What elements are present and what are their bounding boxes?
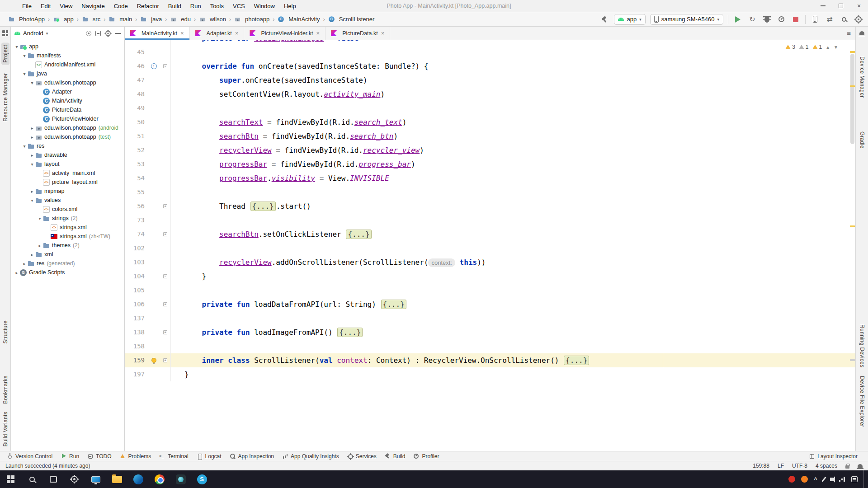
options-gear-icon[interactable]	[105, 31, 111, 36]
line-number[interactable]: 197	[125, 367, 147, 381]
code-line-48[interactable]: 48 setContentView(R.layout.activity_main…	[125, 87, 855, 101]
minimize-button[interactable]	[814, 0, 832, 12]
pen-input-icon[interactable]	[821, 477, 826, 482]
editor-options-icon[interactable]: ≡	[847, 29, 851, 37]
indent-setting[interactable]: 4 spaces	[816, 463, 837, 469]
code-text[interactable]: super.onCreate(savedInstanceState)	[171, 73, 368, 87]
menu-vcs[interactable]: VCS	[229, 1, 249, 11]
intention-bulb-icon[interactable]	[151, 358, 156, 363]
tree-item-themes[interactable]: ▸themes(2)	[11, 241, 124, 250]
line-number[interactable]: 103	[125, 255, 147, 269]
error-stripe-mark[interactable]	[850, 225, 855, 227]
tree-item-strings[interactable]: ▾strings(2)	[11, 214, 124, 223]
code-line-104[interactable]: 104- }	[125, 269, 855, 283]
line-number[interactable]: 102	[125, 241, 147, 255]
line-number[interactable]: 138	[125, 325, 147, 339]
stripe-button-resource-manager[interactable]: Resource Manager	[1, 71, 9, 124]
code-line-73[interactable]: 73	[125, 213, 855, 227]
chevron-right-icon[interactable]: ▸	[37, 243, 43, 248]
folded-region[interactable]: {...}	[346, 230, 371, 239]
fold-expand-icon[interactable]: +	[163, 232, 167, 236]
chevron-down-icon[interactable]: ▾	[29, 162, 35, 167]
tool-window-button-services[interactable]: Services	[343, 451, 381, 461]
line-number[interactable]: 45	[125, 45, 147, 59]
next-warning-icon[interactable]: ▼	[834, 45, 838, 50]
project-view-selector[interactable]: Android	[23, 30, 43, 37]
menu-help[interactable]: Help	[280, 1, 300, 11]
chevron-down-icon[interactable]: ▾	[14, 44, 20, 49]
code-line-53[interactable]: 53 progressBar = findViewById(R.id.progr…	[125, 157, 855, 171]
profile-button[interactable]	[776, 14, 786, 24]
run-button[interactable]	[733, 14, 743, 24]
code-text[interactable]: progressBar = findViewById(R.id.progress…	[171, 157, 415, 171]
tab-mainactivity-kt[interactable]: MainActivity.kt×	[125, 27, 190, 40]
show-desktop-button[interactable]	[863, 470, 866, 488]
chevron-right-icon[interactable]: ▸	[29, 189, 35, 194]
tool-window-button-app-inspection[interactable]: App Inspection	[226, 451, 278, 461]
line-number[interactable]: 52	[125, 143, 147, 157]
code-line-55[interactable]: 55	[125, 185, 855, 199]
tool-window-button-run[interactable]: Run	[57, 451, 83, 461]
stripe-button-project[interactable]: Project	[1, 42, 9, 65]
chevron-right-icon[interactable]: ▸	[29, 126, 35, 131]
tool-window-button-todo[interactable]: TODO	[83, 451, 115, 461]
chevron-right-icon[interactable]: ▸	[29, 252, 35, 257]
maximize-button[interactable]	[832, 0, 850, 12]
tool-window-button-logcat[interactable]: Logcat	[193, 451, 226, 461]
line-number[interactable]: 51	[125, 129, 147, 143]
locate-file-icon[interactable]	[86, 31, 91, 36]
line-number[interactable]: 106	[125, 297, 147, 311]
fold-expand-icon[interactable]: +	[163, 204, 167, 208]
close-button[interactable]: ×	[850, 0, 868, 12]
collapse-all-icon[interactable]	[95, 31, 101, 36]
stop-button[interactable]	[791, 14, 801, 24]
caret-position[interactable]: 159:88	[753, 463, 769, 469]
menu-edit[interactable]: Edit	[37, 1, 55, 11]
taskbar-button-android-studio[interactable]	[170, 470, 191, 488]
tree-item-strings-xml[interactable]: strings.xml(zh-rTW)	[11, 232, 124, 241]
tab-picturedata-kt[interactable]: PictureData.kt×	[326, 27, 390, 40]
tree-item-drawable[interactable]: ▸drawable	[11, 150, 124, 160]
code-line-159[interactable]: 159+ inner class ScrollListener(val cont…	[125, 353, 855, 367]
error-stripe-mark[interactable]	[850, 51, 855, 53]
code-text[interactable]	[171, 185, 184, 199]
stripe-button-device-manager[interactable]: Device Manager	[858, 54, 866, 100]
line-separator[interactable]: LF	[778, 463, 784, 469]
menu-build[interactable]: Build	[164, 1, 185, 11]
taskbar-button-settings[interactable]	[64, 470, 85, 488]
menu-refactor[interactable]: Refactor	[133, 1, 163, 11]
tool-window-button-build[interactable]: Build	[381, 451, 410, 461]
line-number[interactable]: 46	[125, 59, 147, 73]
tree-item-manifests[interactable]: ▾manifests	[11, 51, 124, 60]
tree-item-mipmap[interactable]: ▸mipmap	[11, 187, 124, 196]
taskbar-button-search[interactable]	[21, 470, 42, 488]
line-number[interactable]: 49	[125, 101, 147, 115]
code-line-54[interactable]: 54 progressBar.visibility = View.INVISIB…	[125, 171, 855, 185]
tree-item-gradle-scripts[interactable]: ▸Gradle Scripts	[11, 268, 124, 277]
stripe-button-running-devices[interactable]: Running Devices	[858, 322, 866, 370]
close-tab-icon[interactable]: ×	[381, 30, 385, 36]
breadcrumb-item-main[interactable]: main	[107, 15, 134, 23]
tool-window-button-app-quality-insights[interactable]: App Quality Insights	[278, 451, 343, 461]
chevron-down-icon[interactable]: ▾	[29, 198, 35, 203]
code-text[interactable]: recyclerView.addOnScrollListener(ScrollL…	[171, 255, 486, 269]
sync-project-button[interactable]: ⇄	[825, 14, 835, 24]
tab-adapter-kt[interactable]: Adapter.kt×	[190, 27, 245, 40]
code-text[interactable]: override fun onCreate(savedInstanceState…	[171, 59, 428, 73]
code-line-52[interactable]: 52 recyclerView = findViewById(R.id.recy…	[125, 143, 855, 157]
code-text[interactable]: inner class ScrollListener(val context: …	[171, 353, 590, 367]
menu-run[interactable]: Run	[186, 1, 205, 11]
chevron-right-icon[interactable]: ▸	[29, 153, 35, 158]
tool-windows-icon[interactable]	[2, 30, 8, 36]
breadcrumb-item-edu[interactable]: edu	[168, 15, 193, 23]
line-number[interactable]: 55	[125, 185, 147, 199]
breadcrumb-item-src[interactable]: src	[80, 15, 102, 23]
chevron-down-icon[interactable]: ▾	[21, 71, 28, 76]
readonly-lock-icon[interactable]	[845, 465, 849, 469]
fold-collapse-icon[interactable]: -	[163, 274, 167, 278]
line-number[interactable]: 104	[125, 269, 147, 283]
line-number[interactable]: 158	[125, 339, 147, 353]
tree-item-adapter[interactable]: Adapter	[11, 87, 124, 96]
stripe-button-build-variants[interactable]: Build Variants	[1, 409, 9, 449]
inspection-indicator[interactable]: 3	[785, 44, 795, 50]
